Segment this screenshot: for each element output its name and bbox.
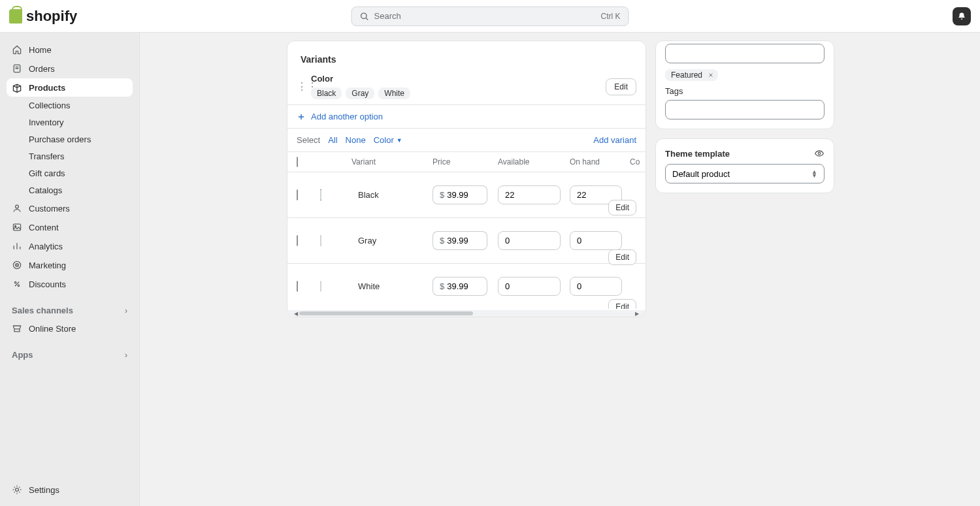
edit-option-button[interactable]: Edit bbox=[606, 78, 636, 95]
edit-variant-button[interactable]: Edit bbox=[608, 249, 636, 265]
select-all-checkbox[interactable] bbox=[297, 157, 298, 167]
row-checkbox[interactable] bbox=[297, 189, 298, 200]
select-value: Default product bbox=[672, 169, 730, 179]
variant-row-gray[interactable]: Gray $ bbox=[287, 217, 645, 263]
edit-variant-button[interactable]: Edit bbox=[608, 200, 636, 215]
search-input[interactable]: Search Ctrl K bbox=[351, 7, 629, 26]
sidebar-section-apps[interactable]: Apps › bbox=[7, 346, 133, 364]
add-option-label: Add another option bbox=[311, 112, 383, 121]
scroll-left-icon[interactable]: ◀ bbox=[294, 311, 298, 317]
sidebar-item-products[interactable]: Products bbox=[7, 78, 133, 97]
select-chevron-icon: ▲▼ bbox=[811, 170, 817, 178]
column-committed: Co bbox=[630, 157, 645, 166]
add-option-button[interactable]: Add another option bbox=[287, 105, 645, 128]
price-input[interactable] bbox=[444, 277, 487, 296]
sidebar-subitem-purchase-orders[interactable]: Purchase orders bbox=[7, 131, 133, 148]
sidebar-section-sales-channels[interactable]: Sales channels › bbox=[7, 302, 133, 319]
theme-template-card: Theme template Default product ▲▼ bbox=[655, 138, 834, 193]
collections-input[interactable] bbox=[665, 44, 825, 63]
available-input[interactable] bbox=[498, 231, 561, 250]
sidebar-item-label: Marketing bbox=[29, 261, 66, 270]
chevron-right-icon: › bbox=[125, 351, 127, 360]
column-variant: Variant bbox=[351, 157, 433, 166]
remove-tag-icon[interactable] bbox=[706, 71, 715, 80]
sidebar-item-content[interactable]: Content bbox=[7, 218, 133, 236]
on-hand-input[interactable] bbox=[570, 231, 622, 250]
sidebar-item-label: Customers bbox=[29, 204, 70, 213]
variant-name: Gray bbox=[351, 236, 433, 245]
sidebar-item-label: Online Store bbox=[29, 324, 76, 334]
row-checkbox[interactable] bbox=[297, 235, 298, 246]
customers-icon bbox=[12, 203, 22, 213]
sidebar-item-marketing[interactable]: Marketing bbox=[7, 256, 133, 274]
sidebar-item-customers[interactable]: Customers bbox=[7, 199, 133, 217]
variant-row-white[interactable]: White $ bbox=[287, 263, 645, 309]
theme-template-select[interactable]: Default product ▲▼ bbox=[665, 164, 825, 183]
price-input[interactable] bbox=[444, 231, 487, 250]
collection-tag: Featured bbox=[665, 69, 718, 81]
variant-table-scroll: Variant Price Available On hand Co Black… bbox=[287, 151, 645, 309]
add-variant-button[interactable]: Add variant bbox=[593, 135, 636, 145]
variant-select-bar: Select All None Color ▼ Add variant bbox=[287, 129, 645, 151]
sidebar-item-home[interactable]: Home bbox=[7, 40, 133, 59]
select-color-dropdown[interactable]: Color ▼ bbox=[374, 135, 402, 145]
variant-row-black[interactable]: Black $ bbox=[287, 172, 645, 217]
notifications-button[interactable] bbox=[953, 7, 971, 25]
theme-template-title: Theme template bbox=[665, 149, 730, 159]
row-checkbox[interactable] bbox=[297, 281, 298, 292]
variants-section-title: Variants bbox=[301, 54, 632, 65]
sidebar-item-label: Discounts bbox=[29, 279, 66, 289]
sidebar-subitem-catalogs[interactable]: Catalogs bbox=[7, 182, 133, 198]
sidebar-item-online-store[interactable]: Online Store bbox=[7, 319, 133, 338]
svg-point-9 bbox=[18, 285, 19, 286]
select-all-button[interactable]: All bbox=[328, 135, 337, 145]
scroll-track[interactable] bbox=[299, 311, 634, 315]
edit-variant-button[interactable]: Edit bbox=[608, 299, 636, 309]
sidebar-subitem-transfers[interactable]: Transfers bbox=[7, 148, 133, 165]
sidebar-item-label: Home bbox=[29, 45, 52, 55]
sidebar-subitem-inventory[interactable]: Inventory bbox=[7, 114, 133, 131]
column-on-hand: On hand bbox=[570, 157, 630, 166]
discounts-icon bbox=[12, 279, 22, 289]
chevron-right-icon: › bbox=[125, 306, 127, 315]
eye-icon[interactable] bbox=[814, 148, 825, 159]
sidebar: Home Orders Products Collections Invento… bbox=[0, 33, 140, 506]
sidebar-item-discounts[interactable]: Discounts bbox=[7, 275, 133, 293]
topbar: shopify Search Ctrl K bbox=[0, 0, 980, 33]
sidebar-item-settings[interactable]: Settings bbox=[7, 481, 133, 499]
variant-swatch-black bbox=[320, 189, 321, 200]
sidebar-subitem-collections[interactable]: Collections bbox=[7, 97, 133, 114]
marketing-icon bbox=[12, 260, 22, 270]
select-none-button[interactable]: None bbox=[346, 135, 366, 145]
analytics-icon bbox=[12, 241, 22, 251]
svg-point-11 bbox=[818, 152, 821, 155]
scroll-thumb[interactable] bbox=[299, 311, 473, 315]
column-price: Price bbox=[433, 157, 498, 166]
online-store-icon bbox=[12, 323, 22, 334]
main-content: Variants ⋮⋮ Color Black Gray White Edit bbox=[140, 33, 980, 506]
shopify-logo[interactable]: shopify bbox=[9, 8, 77, 25]
tags-input[interactable] bbox=[665, 100, 825, 119]
orders-icon bbox=[12, 63, 22, 74]
search-placeholder: Search bbox=[374, 11, 601, 21]
scroll-right-icon[interactable]: ▶ bbox=[635, 311, 639, 317]
horizontal-scrollbar[interactable]: ◀ ▶ bbox=[287, 310, 645, 317]
option-value-chip: Black bbox=[311, 87, 342, 99]
sidebar-item-analytics[interactable]: Analytics bbox=[7, 237, 133, 255]
currency-symbol: $ bbox=[433, 185, 444, 204]
option-value-chip: Gray bbox=[346, 87, 374, 99]
variant-swatch-white bbox=[320, 281, 321, 292]
price-input[interactable] bbox=[444, 185, 487, 204]
filter-label: Color bbox=[374, 135, 394, 145]
on-hand-input[interactable] bbox=[570, 277, 622, 296]
drag-handle-icon[interactable]: ⋮⋮ bbox=[297, 80, 303, 93]
svg-point-8 bbox=[14, 281, 16, 283]
svg-point-0 bbox=[361, 13, 367, 18]
gear-icon bbox=[12, 484, 22, 495]
sidebar-item-orders[interactable]: Orders bbox=[7, 59, 133, 78]
caret-down-icon: ▼ bbox=[397, 137, 402, 144]
available-input[interactable] bbox=[498, 185, 561, 204]
sidebar-subitem-gift-cards[interactable]: Gift cards bbox=[7, 165, 133, 182]
available-input[interactable] bbox=[498, 277, 561, 296]
collection-tag-label: Featured bbox=[671, 71, 702, 80]
